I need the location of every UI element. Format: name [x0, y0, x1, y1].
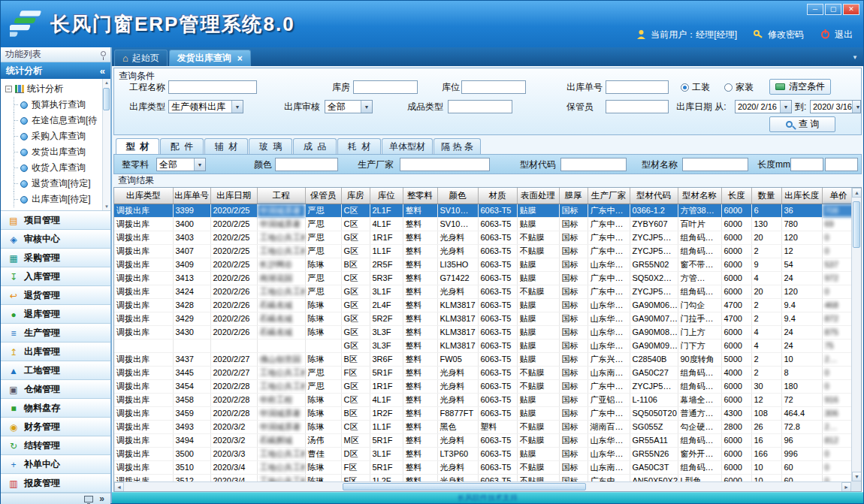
color-input[interactable]: [275, 158, 338, 171]
tree-item[interactable]: 采购入库查询: [5, 128, 101, 144]
table-cell[interactable]: GA90M07…: [630, 312, 678, 325]
table-cell[interactable]: 2020/2/26: [210, 325, 257, 339]
table-cell[interactable]: 严思: [305, 271, 341, 285]
table-cell[interactable]: 20: [751, 285, 781, 298]
table-cell[interactable]: 4: [751, 339, 781, 352]
sidebar-module[interactable]: ↩ 退货管理: [1, 286, 110, 305]
table-cell[interactable]: 306: [822, 406, 855, 420]
table-cell[interactable]: 3403: [173, 231, 210, 244]
table-cell[interactable]: 2L1F: [370, 204, 403, 217]
table-cell[interactable]: G区: [341, 379, 370, 393]
table-cell[interactable]: 3445: [173, 366, 210, 379]
table-row[interactable]: G区3L3F整料KLM38176063-T5贴膜国标山东华…GA90M09…门下…: [114, 339, 862, 352]
table-cell[interactable]: 1L1F: [370, 420, 403, 433]
column-header[interactable]: 库房: [341, 188, 370, 204]
table-cell[interactable]: GA50C27: [630, 366, 678, 379]
table-cell[interactable]: 6063-T5: [478, 244, 517, 258]
table-cell[interactable]: 3494: [173, 433, 210, 447]
material-tab[interactable]: 成 品: [293, 138, 337, 154]
table-cell[interactable]: 5R3F: [370, 271, 403, 285]
table-cell[interactable]: 10: [751, 460, 781, 474]
table-cell[interactable]: 调拨出库: [114, 231, 173, 244]
whole-part-select[interactable]: 全部▼: [156, 158, 206, 171]
table-cell[interactable]: 0: [822, 379, 855, 393]
table-cell[interactable]: G区: [341, 285, 370, 298]
table-cell[interactable]: 整料: [403, 217, 437, 231]
table-cell[interactable]: 调拨出库: [114, 244, 173, 258]
table-cell[interactable]: 组角码…: [678, 231, 721, 244]
table-cell[interactable]: KLM3817: [437, 325, 478, 339]
table-cell[interactable]: 南湖花园: [257, 271, 305, 285]
table-cell[interactable]: 广东中…: [588, 285, 630, 298]
table-cell[interactable]: 广东中…: [588, 217, 630, 231]
table-cell[interactable]: G71422: [437, 271, 478, 285]
table-cell[interactable]: 光身料: [437, 433, 478, 447]
table-cell[interactable]: 不贴膜: [517, 433, 559, 447]
desktop-icon[interactable]: [84, 496, 93, 502]
table-cell[interactable]: 国标: [559, 460, 588, 474]
table-cell[interactable]: SG055Z: [630, 420, 678, 433]
table-cell[interactable]: 华府工程: [257, 393, 305, 406]
table-cell[interactable]: LI35HO: [437, 258, 478, 271]
table-cell[interactable]: [173, 339, 210, 352]
table-cell[interactable]: 5000: [721, 352, 751, 366]
table-row[interactable]: 调拨出库33992020/2/25华润城原著严思C区2L1F整料SV10…606…: [114, 204, 862, 217]
table-cell[interactable]: GA90M06…: [630, 298, 678, 312]
table-row[interactable]: 调拨出库34582020/2/28华府工程陈琳C区4L1F整料光身料6063-T…: [114, 393, 862, 406]
table-cell[interactable]: 整料: [403, 204, 437, 217]
material-tab[interactable]: 辅 材: [204, 138, 248, 154]
table-row[interactable]: 调拨出库34372020/2/27佛山创意园陈琳B区3R6F整料FW056063…: [114, 352, 862, 366]
length-max-input[interactable]: [825, 158, 858, 171]
minimize-button[interactable]: ─: [807, 4, 823, 15]
table-cell[interactable]: 广东中…: [588, 244, 630, 258]
table-cell[interactable]: 6063-T5: [478, 379, 517, 393]
tab-list-dropdown-icon[interactable]: ▼: [852, 54, 858, 61]
table-cell[interactable]: ZYCJP5…: [630, 285, 678, 298]
table-cell[interactable]: B区: [341, 258, 370, 271]
table-cell[interactable]: 69: [822, 217, 855, 231]
tab-outbound-query[interactable]: 发货出库查询 ×: [169, 50, 251, 66]
table-cell[interactable]: 国标: [559, 285, 588, 298]
sidebar-module[interactable]: ▲ 工地管理: [1, 361, 110, 380]
table-cell[interactable]: 广亚铝…: [588, 393, 630, 406]
table-cell[interactable]: 3399: [173, 204, 210, 217]
column-header[interactable]: 数量: [751, 188, 781, 204]
table-cell[interactable]: 2020/2/28: [210, 406, 257, 420]
table-cell[interactable]: 6000: [721, 204, 751, 217]
table-cell[interactable]: 组角码…: [678, 379, 721, 393]
table-cell[interactable]: 468: [822, 298, 855, 312]
table-cell[interactable]: 陈琳: [305, 325, 341, 339]
table-cell[interactable]: 严思: [305, 231, 341, 244]
table-cell[interactable]: 120: [781, 285, 822, 298]
table-cell[interactable]: 严思: [305, 204, 341, 217]
table-cell[interactable]: 山东华…: [588, 433, 630, 447]
table-cell[interactable]: 整料: [403, 231, 437, 244]
table-cell[interactable]: 4000: [721, 366, 751, 379]
table-cell[interactable]: 0: [822, 447, 855, 460]
expander-icon[interactable]: −: [5, 86, 12, 92]
table-cell[interactable]: 6000: [721, 325, 751, 339]
table-cell[interactable]: 幕墙全…: [678, 393, 721, 406]
table-cell[interactable]: 996: [781, 447, 822, 460]
table-cell[interactable]: 贴膜: [517, 352, 559, 366]
table-cell[interactable]: 整料: [403, 339, 437, 352]
table-cell[interactable]: 708: [822, 204, 855, 217]
tree-item[interactable]: 预算执行查询: [5, 97, 101, 113]
table-cell[interactable]: 百叶片: [678, 217, 721, 231]
column-header[interactable]: 材质: [478, 188, 517, 204]
table-cell[interactable]: GR55N26: [630, 447, 678, 460]
sidebar-module[interactable]: ▤ 项目管理: [1, 211, 110, 230]
table-cell[interactable]: 陈琳: [305, 258, 341, 271]
search-button[interactable]: 查 询: [769, 116, 835, 132]
table-cell[interactable]: 塑料: [478, 420, 517, 433]
table-cell[interactable]: 陈琳: [305, 352, 341, 366]
column-header[interactable]: 型材名称: [678, 188, 721, 204]
table-cell[interactable]: 54: [781, 258, 822, 271]
table-cell[interactable]: 0: [822, 244, 855, 258]
sidebar-module[interactable]: ▦ 采购管理: [1, 249, 110, 267]
table-cell[interactable]: 广东中…: [588, 379, 630, 393]
table-cell[interactable]: 国标: [559, 352, 588, 366]
table-cell[interactable]: 陈琳: [305, 298, 341, 312]
table-cell[interactable]: C区: [341, 204, 370, 217]
table-cell[interactable]: G区: [341, 339, 370, 352]
